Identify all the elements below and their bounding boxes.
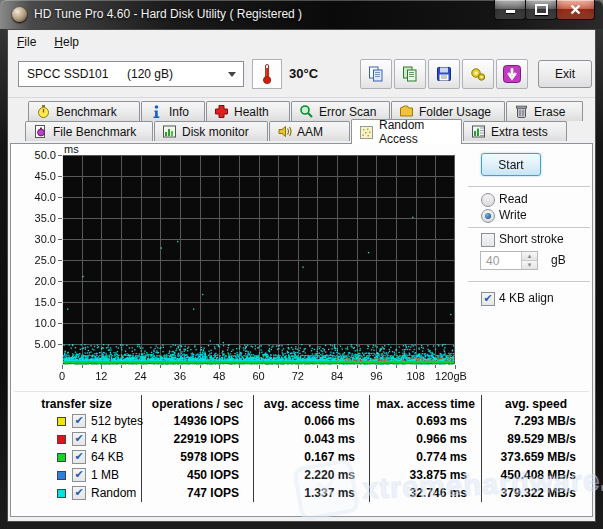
x-tick: [376, 365, 377, 369]
y-tick: [58, 197, 62, 198]
tab-health[interactable]: Health: [206, 101, 290, 121]
y-axis-unit-label: ms: [64, 143, 79, 155]
avg-access-cell: 1.337 ms: [254, 484, 370, 502]
save-icon: [435, 65, 453, 83]
copy-button[interactable]: [360, 59, 392, 89]
file-benchmark-icon: [33, 124, 48, 139]
y-tick: [58, 260, 62, 261]
options-icon: [469, 65, 487, 83]
menu-file[interactable]: File: [8, 32, 45, 52]
x-tick: [101, 365, 102, 369]
spinner-arrows[interactable]: ▲▼: [521, 252, 537, 269]
x-tick-label: 96: [354, 370, 398, 382]
tab-disk-monitor[interactable]: Disk monitor: [154, 121, 268, 141]
avg-access-cell: 0.066 ms: [254, 412, 370, 430]
spin-up-icon[interactable]: ▲: [522, 252, 537, 260]
max-access-cell: 0.693 ms: [370, 412, 482, 430]
series-checkbox[interactable]: [72, 486, 86, 500]
avg-speed-cell: 373.659 MB/s: [482, 448, 590, 466]
exit-button[interactable]: Exit: [538, 60, 592, 88]
y-tick: [58, 344, 62, 345]
align-checkbox[interactable]: [481, 292, 495, 306]
capacity-spinner[interactable]: 40 ▲▼: [480, 251, 538, 270]
avg-speed-cell: 379.322 MB/s: [482, 484, 590, 502]
chevron-down-icon: [228, 72, 236, 77]
x-tick: [298, 365, 299, 369]
avg-speed-cell: 450.408 MB/s: [482, 466, 590, 484]
read-radio[interactable]: [481, 193, 495, 207]
tab-label: AAM: [297, 125, 323, 139]
series-color-swatch: [57, 435, 66, 444]
download-button[interactable]: [496, 59, 528, 89]
avg-access-cell: 2.220 ms: [254, 466, 370, 484]
menu-help[interactable]: Help: [45, 32, 88, 52]
disk-monitor-icon: [162, 124, 177, 139]
temperature-value: 30°C: [289, 66, 318, 81]
start-button[interactable]: Start: [481, 153, 541, 176]
x-tick: [82, 365, 83, 368]
save-button[interactable]: [428, 59, 460, 89]
tab-info[interactable]: Info: [141, 101, 205, 121]
series-label: Random: [91, 486, 136, 500]
capacity-unit-label: gB: [551, 253, 566, 267]
x-tick-label: 84: [315, 370, 359, 382]
table-top-line: [14, 391, 589, 392]
toolbar: SPCC SSD101 (120 gB) 30°C Exit: [8, 53, 595, 98]
column-header: operations / sec: [142, 395, 254, 412]
x-tick-label: 60: [237, 370, 281, 382]
spin-down-icon[interactable]: ▼: [522, 260, 537, 269]
y-tick: [58, 302, 62, 303]
iops-cell: 22919 IOPS: [142, 430, 254, 448]
tab-error-scan[interactable]: Error Scan: [291, 101, 390, 121]
aam-icon: [277, 124, 292, 139]
options-button[interactable]: [462, 59, 494, 89]
tab-aam[interactable]: AAM: [269, 121, 350, 141]
maximize-button[interactable]: [525, 0, 557, 20]
y-tick: [58, 155, 62, 156]
write-radio[interactable]: [481, 209, 495, 223]
x-tick-label: 36: [158, 370, 202, 382]
x-tick: [219, 365, 220, 369]
series-checkbox[interactable]: [72, 468, 86, 482]
y-tick: [58, 239, 62, 240]
iops-cell: 747 IOPS: [142, 484, 254, 502]
x-tick: [200, 365, 201, 368]
tab-random-access[interactable]: Random Access: [351, 119, 462, 144]
tab-file-benchmark[interactable]: File Benchmark: [25, 121, 153, 141]
error-scan-icon: [299, 104, 314, 119]
tab-label: Benchmark: [56, 105, 117, 119]
tab-erase[interactable]: Erase: [506, 101, 583, 121]
series-label: 64 KB: [91, 450, 124, 464]
scatter-plot-canvas: [62, 155, 455, 365]
app-window: HD Tune Pro 4.60 - Hard Disk Utility ( R…: [0, 0, 603, 529]
temperature-button[interactable]: [252, 59, 282, 89]
stopwatch-icon: [36, 104, 51, 119]
start-label: Start: [498, 158, 523, 172]
avg-access-cell: 0.043 ms: [254, 430, 370, 448]
tab-benchmark[interactable]: Benchmark: [28, 101, 140, 121]
separator: [468, 227, 590, 229]
x-tick: [180, 365, 181, 369]
y-tick-label: 35.0: [22, 212, 56, 224]
series-checkbox[interactable]: [72, 414, 86, 428]
series-color-swatch: [57, 453, 66, 462]
close-button[interactable]: [556, 0, 595, 20]
minimize-button[interactable]: [494, 0, 526, 20]
tab-extra-tests[interactable]: Extra tests: [463, 121, 567, 141]
series-checkbox[interactable]: [72, 450, 86, 464]
drive-select[interactable]: SPCC SSD101 (120 gB): [18, 61, 244, 87]
short-stroke-checkbox[interactable]: [481, 233, 495, 247]
short-stroke-label: Short stroke: [499, 232, 564, 246]
copy-image-button[interactable]: [394, 59, 426, 89]
transfer-size-cell: 512 bytes: [12, 412, 142, 430]
y-tick-label: 15.0: [22, 296, 56, 308]
tab-label: Extra tests: [491, 125, 548, 139]
x-tick: [416, 365, 417, 369]
separator: [468, 281, 590, 283]
x-tick: [160, 365, 161, 368]
drive-capacity: (120 gB): [127, 67, 173, 81]
series-checkbox[interactable]: [72, 432, 86, 446]
iops-cell: 450 IOPS: [142, 466, 254, 484]
column-header: avg. speed: [482, 395, 590, 412]
window-title: HD Tune Pro 4.60 - Hard Disk Utility ( R…: [34, 7, 302, 21]
